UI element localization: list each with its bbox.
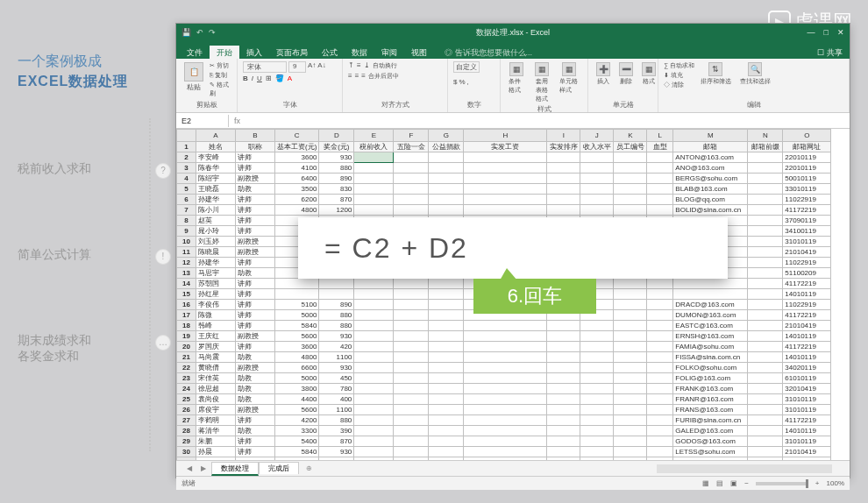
cell[interactable]	[429, 195, 464, 205]
cell[interactable]	[647, 205, 673, 216]
cell[interactable]: 副教授	[236, 331, 275, 342]
cell[interactable]	[354, 163, 394, 174]
cell[interactable]	[748, 321, 783, 331]
cell[interactable]	[464, 426, 547, 436]
cell[interactable]	[394, 384, 429, 394]
cell[interactable]: 15	[177, 289, 196, 300]
cell[interactable]	[464, 363, 547, 373]
cell[interactable]	[429, 289, 464, 300]
header-cell[interactable]: 1	[177, 142, 196, 152]
cell[interactable]: 930	[319, 331, 354, 342]
cell[interactable]: 罗国庆	[196, 342, 236, 352]
header-cell[interactable]: 实发工资	[464, 142, 547, 152]
cell[interactable]	[547, 436, 580, 447]
cell[interactable]	[647, 342, 673, 352]
column-header[interactable]: E	[354, 130, 394, 142]
cell[interactable]	[394, 174, 429, 184]
cell[interactable]: 3600	[275, 152, 319, 163]
column-header[interactable]: A	[196, 130, 236, 142]
cell[interactable]	[429, 447, 464, 457]
cell[interactable]	[394, 415, 429, 426]
cell[interactable]: 4100	[275, 163, 319, 174]
cell[interactable]	[394, 289, 429, 300]
cell[interactable]	[429, 384, 464, 394]
column-header[interactable]: O	[783, 130, 831, 142]
cell[interactable]	[547, 394, 580, 405]
cell[interactable]	[354, 352, 394, 363]
cell[interactable]	[580, 163, 614, 174]
cell[interactable]	[429, 405, 464, 415]
cell[interactable]: 讲师	[236, 321, 275, 331]
find-button[interactable]: 🔍查找和选择	[737, 61, 773, 87]
cell[interactable]	[394, 205, 429, 216]
cell[interactable]	[748, 352, 783, 363]
cell[interactable]: 5840	[275, 321, 319, 331]
cell[interactable]	[547, 373, 580, 384]
cell[interactable]: 24	[177, 384, 196, 394]
window-min-icon[interactable]: —	[808, 28, 815, 37]
font-color-button[interactable]: A	[288, 74, 292, 82]
bold-button[interactable]: B	[243, 74, 248, 82]
cell[interactable]: 9	[177, 226, 196, 237]
cell[interactable]	[464, 321, 547, 331]
sheet-tab[interactable]: 数据处理	[211, 462, 259, 476]
cell[interactable]: 苏朝国	[196, 279, 236, 289]
cell[interactable]	[464, 436, 547, 447]
cell[interactable]: 930	[319, 152, 354, 163]
column-header[interactable]: F	[394, 130, 429, 142]
cell[interactable]	[673, 279, 748, 289]
cell[interactable]	[647, 310, 673, 321]
cell[interactable]	[354, 384, 394, 394]
cell[interactable]	[748, 300, 783, 310]
cell[interactable]	[354, 174, 394, 184]
cell[interactable]	[748, 174, 783, 184]
cell[interactable]	[354, 415, 394, 426]
cell[interactable]	[429, 415, 464, 426]
cell[interactable]	[464, 152, 547, 163]
cell[interactable]	[464, 394, 547, 405]
cell[interactable]: 61010119	[783, 373, 831, 384]
cell[interactable]: 14010119	[783, 331, 831, 342]
cell[interactable]: 韩峰	[196, 321, 236, 331]
cell[interactable]	[236, 457, 275, 461]
cell[interactable]	[748, 289, 783, 300]
cell[interactable]	[464, 415, 547, 426]
cell[interactable]	[580, 195, 614, 205]
cell[interactable]	[614, 184, 647, 195]
cell[interactable]: 3	[177, 163, 196, 174]
cell[interactable]: 宋佳英	[196, 373, 236, 384]
header-cell[interactable]: 血型	[647, 142, 673, 152]
cell[interactable]	[647, 289, 673, 300]
sheet-nav-next[interactable]: ▶	[197, 464, 210, 472]
cell[interactable]	[354, 394, 394, 405]
cell[interactable]	[394, 321, 429, 331]
column-header[interactable]: B	[236, 130, 275, 142]
cell[interactable]	[547, 195, 580, 205]
cell[interactable]: 41172219	[783, 205, 831, 216]
cell[interactable]: 8	[177, 216, 196, 226]
cell[interactable]	[647, 279, 673, 289]
lesson-step-2[interactable]: 期末成绩求和 各奖金求和…	[18, 333, 149, 365]
cell[interactable]: 7	[177, 205, 196, 216]
cell[interactable]	[429, 331, 464, 342]
cell[interactable]	[647, 384, 673, 394]
cell[interactable]	[196, 457, 236, 461]
cell[interactable]: 30	[177, 447, 196, 457]
number-format[interactable]: 自定义	[453, 61, 480, 73]
cell[interactable]: 22010119	[783, 163, 831, 174]
cell[interactable]	[580, 184, 614, 195]
cell[interactable]: 14010119	[783, 426, 831, 436]
cell[interactable]	[614, 289, 647, 300]
percent-icon[interactable]: %	[459, 78, 465, 86]
align-bottom-icon[interactable]: ⤓	[364, 61, 370, 70]
cell[interactable]: 5400	[275, 436, 319, 447]
cell[interactable]	[464, 163, 547, 174]
cell[interactable]: 400	[319, 394, 354, 405]
cell[interactable]: 25	[177, 394, 196, 405]
cell[interactable]	[354, 289, 394, 300]
font-shrink-icon[interactable]: A↓	[317, 61, 325, 73]
cell[interactable]: 4800	[275, 205, 319, 216]
currency-icon[interactable]: $	[453, 78, 457, 86]
cell[interactable]: 41172219	[783, 279, 831, 289]
cell[interactable]: 1100	[319, 352, 354, 363]
